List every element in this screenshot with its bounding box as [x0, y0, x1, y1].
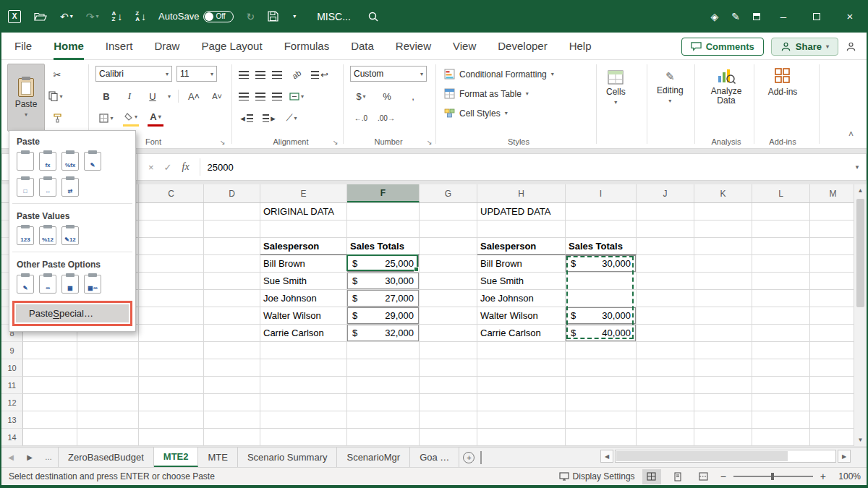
- editing-button[interactable]: ✎ Editing ▾: [657, 70, 684, 104]
- cell-I13[interactable]: [566, 411, 637, 429]
- cell-J4[interactable]: [637, 255, 694, 273]
- number-format-select[interactable]: Custom▾: [350, 66, 427, 82]
- normal-view-button[interactable]: [642, 469, 661, 484]
- cell-J7[interactable]: [637, 307, 694, 325]
- tab-draw[interactable]: Draw: [154, 33, 179, 60]
- zoom-slider[interactable]: [733, 476, 813, 477]
- undo-button[interactable]: ↶▾: [54, 0, 80, 33]
- zoom-level[interactable]: 100%: [833, 471, 861, 481]
- decrease-decimal-button[interactable]: .00→: [378, 109, 395, 127]
- vertical-scrollbar[interactable]: ▲ ▼: [854, 184, 867, 446]
- alignment-options-button[interactable]: ⟋▾: [284, 109, 299, 127]
- cell-I3[interactable]: Sales Totals: [566, 238, 637, 255]
- borders-button[interactable]: ▾: [98, 109, 114, 127]
- align-top-icon[interactable]: [239, 71, 249, 79]
- zoom-out-button[interactable]: −: [720, 471, 726, 482]
- cell-C12[interactable]: [139, 394, 204, 411]
- align-left-icon[interactable]: [239, 93, 249, 100]
- cell-A13[interactable]: [23, 411, 77, 429]
- horizontal-scrollbar[interactable]: ◀ ▶: [600, 449, 851, 463]
- cell-F9[interactable]: [347, 342, 420, 359]
- cell-C7[interactable]: [139, 307, 204, 325]
- increase-indent-button[interactable]: ▸: [261, 109, 277, 127]
- cell-J2[interactable]: [637, 221, 694, 238]
- cell-K14[interactable]: [694, 429, 752, 446]
- cell-K2[interactable]: [694, 221, 752, 238]
- cell-E3[interactable]: Salesperson: [260, 238, 347, 255]
- cell-G9[interactable]: [420, 342, 477, 359]
- minimize-button[interactable]: –: [767, 0, 800, 33]
- insert-function-button[interactable]: fx: [182, 161, 190, 173]
- save-options-caret[interactable]: ▾: [285, 0, 302, 33]
- paste-no-borders-icon[interactable]: □: [17, 178, 34, 197]
- people-icon[interactable]: [846, 41, 856, 52]
- paste-caret-icon[interactable]: ▾: [25, 111, 27, 118]
- cell-G10[interactable]: [420, 359, 477, 377]
- cell-F10[interactable]: [347, 359, 420, 377]
- paste-values-source-formatting-icon[interactable]: ✎12: [61, 226, 79, 245]
- cell-K7[interactable]: [694, 307, 752, 325]
- orientation-button[interactable]: ab: [285, 63, 308, 86]
- formula-bar-expand-icon[interactable]: ▾: [848, 163, 866, 171]
- cell-I1[interactable]: [566, 203, 637, 221]
- row-header-10[interactable]: 10: [1, 359, 23, 377]
- tab-help[interactable]: Help: [569, 33, 592, 60]
- cell-M6[interactable]: [810, 290, 856, 307]
- format-as-table-button[interactable]: Format as Table ▾: [444, 84, 554, 103]
- cell-A12[interactable]: [23, 394, 77, 411]
- add-ins-button[interactable]: Add-ins: [764, 67, 801, 97]
- increase-decimal-button[interactable]: ←.0: [353, 109, 369, 127]
- cell-D6[interactable]: [204, 290, 260, 307]
- row-header-13[interactable]: 13: [1, 411, 23, 429]
- percent-style-button[interactable]: %: [379, 87, 395, 105]
- cell-H13[interactable]: [477, 411, 566, 429]
- cell-L11[interactable]: [752, 377, 810, 394]
- comments-button[interactable]: Comments: [681, 38, 764, 56]
- cell-E12[interactable]: [260, 394, 347, 411]
- font-name-select[interactable]: Calibri▾: [95, 66, 172, 82]
- paste-option-icon[interactable]: [17, 152, 34, 171]
- tab-developer[interactable]: Developer: [498, 33, 547, 60]
- cell-C1[interactable]: [139, 203, 204, 221]
- cell-B11[interactable]: [77, 377, 139, 394]
- tab-file[interactable]: File: [14, 33, 32, 60]
- cell-H6[interactable]: Joe Johnson: [477, 290, 566, 307]
- cell-C4[interactable]: [139, 255, 204, 273]
- cell-G8[interactable]: [420, 325, 477, 342]
- cell-F12[interactable]: [347, 394, 420, 411]
- cell-L5[interactable]: [752, 273, 810, 290]
- cell-D10[interactable]: [204, 359, 260, 377]
- cell-F5[interactable]: $30,000: [347, 273, 420, 290]
- search-button[interactable]: [361, 0, 386, 33]
- cell-M2[interactable]: [810, 221, 856, 238]
- cell-G4[interactable]: [420, 255, 477, 273]
- number-dialog-launcher[interactable]: ↘: [427, 139, 433, 146]
- sort-descending-button[interactable]: ZA↓: [129, 0, 153, 33]
- cell-J8[interactable]: [637, 325, 694, 342]
- cell-G12[interactable]: [420, 394, 477, 411]
- align-right-icon[interactable]: [272, 93, 282, 100]
- cell-H1[interactable]: UPDATED DATA: [477, 203, 566, 221]
- cell-B12[interactable]: [77, 394, 139, 411]
- horizontal-scroll-thumb[interactable]: [616, 451, 788, 461]
- cell-K10[interactable]: [694, 359, 752, 377]
- cell-F2[interactable]: [347, 221, 420, 238]
- cell-A14[interactable]: [23, 429, 77, 446]
- cell-E8[interactable]: Carrie Carlson: [260, 325, 347, 342]
- cell-M5[interactable]: [810, 273, 856, 290]
- cell-G2[interactable]: [420, 221, 477, 238]
- analyze-data-button[interactable]: Analyze Data: [706, 67, 746, 106]
- cell-D3[interactable]: [204, 238, 260, 255]
- cell-I2[interactable]: [566, 221, 637, 238]
- cell-J10[interactable]: [637, 359, 694, 377]
- sort-ascending-button[interactable]: AZ↓: [106, 0, 129, 33]
- cell-A9[interactable]: [23, 342, 77, 359]
- cell-A10[interactable]: [23, 359, 77, 377]
- sheet-nav-left-icon[interactable]: ◀: [1, 448, 20, 467]
- cell-B13[interactable]: [77, 411, 139, 429]
- bold-button[interactable]: B: [98, 87, 114, 105]
- conditional-formatting-button[interactable]: Conditional Formatting ▾: [444, 64, 554, 84]
- cell-E5[interactable]: Sue Smith: [260, 273, 347, 290]
- cell-E13[interactable]: [260, 411, 347, 429]
- cell-J3[interactable]: [637, 238, 694, 255]
